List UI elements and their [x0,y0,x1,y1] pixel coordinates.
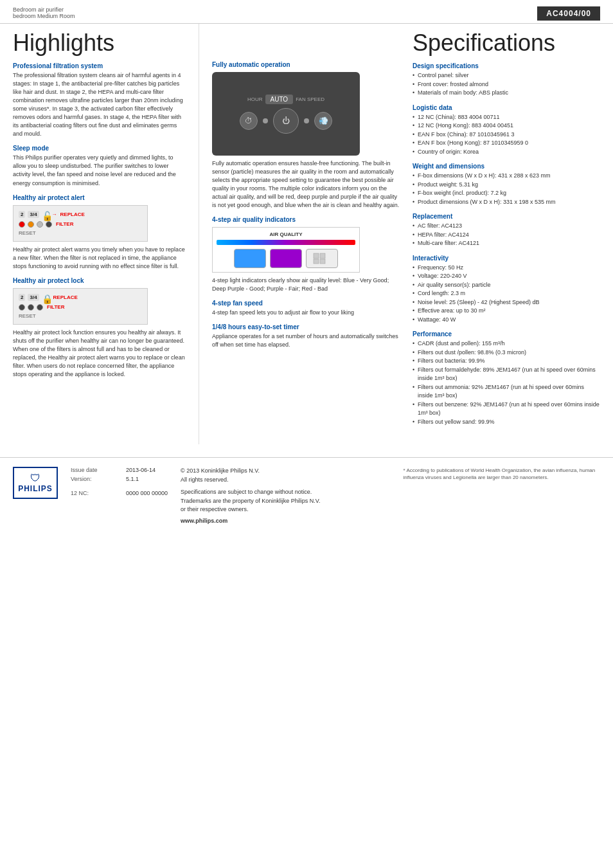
middle-column: Fully automatic operation HOUR AUTO FAN … [212,32,400,431]
svg-rect-3 [320,259,325,264]
perf-item-1: CADR (dust and pollen): 155 m³/h [413,339,600,348]
perf-item-7: Filters out yellow sand: 99.9% [413,418,600,427]
perf-item-3: Filters out bacteria: 99.9% [413,357,600,366]
design-heading: Design specifications [413,62,600,69]
issue-date-row: Issue date 2013-06-14 [71,467,168,473]
led-dark-2a [19,304,25,311]
fan-speed-section-heading: 4-step fan speed [212,300,400,307]
replace-label-2: REPLACE [53,294,78,300]
footer-footnote: * According to publications of World Hea… [404,467,600,481]
fully-automatic-heading: Fully automatic operation [212,61,400,68]
arrow-icon: → [52,212,57,217]
design-item-1: Control panel: silver [413,71,600,80]
healthy-air-alert-heading: Healthy air protect alert [13,194,186,201]
ctrl-btn-fan: 💨 [314,112,332,130]
logistic-item-1: 12 NC (China): 883 4004 00711 [413,113,600,122]
interactivity-item-5: Noise level: 25 (Sleep) - 42 (Highest Sp… [413,298,600,307]
replace-filter-row: → REPLACE [52,212,85,217]
footer-meta: Issue date 2013-06-14 Version: 5.1.1 12 … [71,467,168,496]
design-item-2: Front cover: frosted almond [413,80,600,89]
fully-automatic-text: Fully automatic operation ensures hassle… [212,159,400,210]
spec-replacement: Replacement AC filter: AC4123 HEPA filte… [413,213,600,248]
spec-performance: Performance CADR (dust and pollen): 155 … [413,330,600,426]
issue-date-value: 2013-06-14 [126,467,155,473]
hour-display-2: 2 [19,294,25,301]
reset-label: RESET [19,230,142,236]
issue-date-label: Issue date [71,467,122,473]
logistic-item-4: EAN F box (Hong Kong): 87 1010345959 0 [413,139,600,148]
weight-dimensions-list: F-box dimensions (W x D x H): 431 x 288 … [413,172,600,206]
auto-controls: ⏱ ⏻ 💨 [240,108,332,134]
logistic-list: 12 NC (China): 883 4004 00711 12 NC (Hon… [413,113,600,157]
airq-buttons [217,249,355,268]
lock-unlocked-icon: 🔓 [42,211,49,219]
led-red-1 [19,221,25,228]
auto-panel: HOUR AUTO FAN SPEED ⏱ ⏻ 💨 [212,72,360,156]
auto-top-row: HOUR AUTO FAN SPEED [247,95,324,104]
replace-label: REPLACE [60,212,85,217]
philips-shield-icon: 🛡 [30,473,40,484]
version-row: Version: 5.1.1 [71,476,168,482]
sleep-mode-text: This Philips purifier operates very quie… [13,154,186,187]
svg-rect-0 [314,253,319,258]
footer-legal: © 2013 Koninklijke Philips N.V. All righ… [181,467,377,525]
ctrl-dot-1 [263,118,268,123]
interactivity-item-1: Frequency: 50 Hz [413,264,600,273]
replacement-item-2: HEPA filter: AC4124 [413,231,600,240]
nc-row: 12 NC: 0000 000 00000 [71,490,168,496]
model-number: AC4004/00 [537,6,600,21]
fan-speed-label: FAN SPEED [296,96,324,102]
section-healthy-air-lock: Healthy air protect lock 2 3/4 🔒 REPLACE… [13,277,186,379]
right-two-col: Fully automatic operation HOUR AUTO FAN … [212,32,600,431]
wd-item-1: F-box dimensions (W x D x H): 431 x 288 … [413,172,600,181]
specs-title: Specifications [413,32,600,55]
nc-value: 0000 000 00000 [126,490,168,496]
section-fully-automatic: Fully automatic operation HOUR AUTO FAN … [212,61,400,210]
highlights-title: Highlights [13,32,186,55]
svg-rect-2 [314,259,319,264]
ctrl-dot-2 [304,118,309,123]
design-list: Control panel: silver Front cover: frost… [413,71,600,98]
hour-label: HOUR [247,96,263,102]
spec-interactivity: Interactivity Frequency: 50 Hz Voltage: … [413,255,600,325]
timer-heading: 1/4/8 hours easy-to-set timer [212,323,400,330]
wd-item-2: Product weight: 5.31 kg [413,181,600,190]
section-healthy-air-alert: Healthy air protect alert 2 3/4 🔓 → REPL… [13,194,186,271]
interactivity-item-4: Cord length: 2.3 m [413,289,600,298]
spec-logistic: Logistic data 12 NC (China): 883 4004 00… [413,104,600,157]
airq-title: AIR QUALITY [217,231,355,237]
section-professional-filtration: Professional filtration system The profe… [13,62,186,138]
logistic-item-5: Country of origin: Korea [413,148,600,157]
replacement-item-3: Multi-care filter: AC4121 [413,239,600,248]
lock-locked-icon: 🔒 [42,294,49,302]
product-type: Bedroom air purifier [13,6,75,13]
specs-column: Specifications Design specifications Con… [413,32,600,431]
hour-display: 2 [19,211,25,218]
healthy-air-lock-panel: 2 3/4 🔒 REPLACE FILTER RESET [13,288,148,325]
auto-badge: AUTO [265,95,294,104]
sleep-mode-heading: Sleep mode [13,145,186,152]
version-label: Version: [71,476,122,482]
spec-weight-dimensions: Weight and dimensions F-box dimensions (… [413,163,600,206]
airq-bar [217,240,355,245]
replace-filter-row-2: REPLACE [52,294,78,300]
grid-icon [312,252,332,265]
section-fan-speed: 4-step fan speed 4-step fan speed lets y… [212,300,400,317]
filter-label-2: FILTER [47,304,64,310]
interactivity-item-6: Effective area: up to 30 m² [413,307,600,316]
header-product-info: Bedroom air purifier bedroom Medium Room [13,6,75,19]
philips-logo: 🛡 PHILIPS [13,467,58,499]
healthy-air-alert-text: Healthy air protect alert warns you time… [13,246,186,271]
performance-heading: Performance [413,330,600,338]
perf-item-2: Filters out dust /pollen: 98.8% (0.3 mic… [413,348,600,357]
website-link: www.philips.com [181,517,377,526]
highlights-column: Highlights Professional filtration syste… [0,24,199,444]
interactivity-list: Frequency: 50 Hz Voltage: 220-240 V Air … [413,264,600,325]
replacement-item-1: AC filter: AC4123 [413,222,600,231]
interactivity-item-3: Air quality sensor(s): particle [413,281,600,290]
filter-label: FILTER [56,221,73,227]
section-air-quality: 4-step air quality indicators AIR QUALIT… [212,216,400,293]
interactivity-item-7: Wattage: 40 W [413,316,600,325]
healthy-air-lock-heading: Healthy air protect lock [13,277,186,284]
ctrl-btn-power: ⏻ [273,108,299,134]
